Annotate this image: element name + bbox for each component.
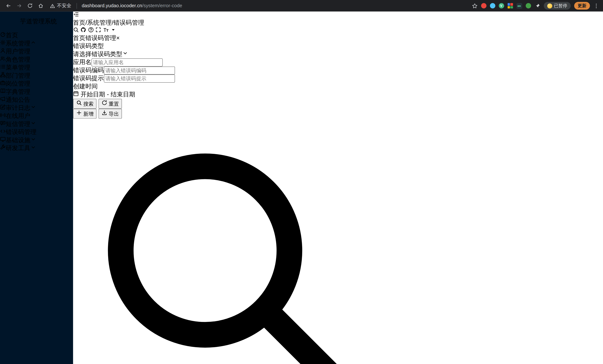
filter-app-name: 应用名: [73, 58, 366, 66]
sidebar-item-sms-management[interactable]: 短信管理: [0, 120, 73, 128]
export-button[interactable]: 导出: [98, 109, 122, 119]
extension-on-icon[interactable]: on: [516, 3, 522, 9]
site-security-chip[interactable]: 不安全: [50, 2, 71, 9]
sidebar-item-infrastructure[interactable]: 基础设施: [0, 136, 73, 144]
help-icon[interactable]: [88, 27, 94, 33]
pin-icon[interactable]: [534, 3, 540, 9]
audit-log-icon: [0, 104, 6, 110]
filter-error-hint-label: 错误码提示: [73, 75, 104, 81]
calendar-icon: [73, 91, 79, 96]
sidebar-item-role-management[interactable]: 角色管理: [0, 56, 73, 64]
dashboard-icon: [0, 32, 6, 37]
chevron-down-icon: [30, 104, 36, 110]
sidebar-item-label: 菜单管理: [6, 64, 30, 71]
sidebar-item-dept-management[interactable]: 部门管理: [0, 72, 73, 80]
sidebar-item-online-users[interactable]: 在线用户: [0, 112, 73, 120]
tab-home[interactable]: 首页: [73, 35, 85, 41]
vue-devtools-icon[interactable]: V: [499, 3, 504, 9]
filter-error-hint-input[interactable]: [104, 75, 175, 83]
browser-update-button[interactable]: 更新: [574, 2, 590, 10]
tab-error-code-management[interactable]: 错误码管理×: [85, 35, 120, 41]
browser-home-button[interactable]: [36, 1, 46, 10]
bookmark-star-icon[interactable]: [472, 3, 477, 9]
filter-form: 错误码类型请选择错误码类型应用名错误码编码错误码提示 创建时间 开始日期 - 结…: [73, 42, 366, 109]
end-date-placeholder: 结束日期: [111, 91, 135, 98]
reset-button[interactable]: 重置: [98, 99, 122, 109]
sidebar-item-dict-management[interactable]: 字典管理: [0, 88, 73, 96]
sidebar-item-menu-management[interactable]: 菜单管理: [0, 64, 73, 72]
breadcrumb-home[interactable]: 首页: [73, 19, 85, 26]
fullscreen-icon[interactable]: [95, 27, 101, 33]
sidebar-item-label: 系统管理: [6, 40, 30, 46]
caret-down-icon[interactable]: [110, 27, 116, 33]
address-bar[interactable]: dashboard.yudao.iocoder.cn/system/error-…: [82, 3, 182, 9]
arrow-left-icon: [6, 3, 11, 9]
tag-views-bar: 首页错误码管理×: [73, 34, 366, 42]
browser-forward-button[interactable]: [15, 1, 24, 10]
pin-icon: [534, 3, 540, 9]
sidebar-item-notice[interactable]: 通知公告: [0, 96, 73, 104]
url-domain: dashboard.yudao.iocoder.cn: [82, 3, 142, 9]
browser-menu-icon[interactable]: [593, 3, 599, 9]
browser-reload-button[interactable]: [25, 1, 35, 10]
filter-app-name-input[interactable]: [92, 58, 162, 66]
refresh-icon: [102, 100, 107, 106]
users-icon: [0, 56, 6, 62]
add-button[interactable]: 新增: [73, 109, 97, 119]
sidebar-item-home[interactable]: 首页: [0, 32, 73, 40]
screenshot-root: 不安全 dashboard.yudao.iocoder.cn/system/er…: [0, 0, 603, 364]
online-users-icon: [0, 112, 6, 118]
breadcrumb-system-management[interactable]: 系统管理: [87, 19, 112, 26]
devtools-icon: [0, 144, 6, 150]
extension-green-icon[interactable]: [525, 3, 531, 9]
breadcrumb-separator: /: [112, 19, 113, 26]
extension-teal-icon[interactable]: [490, 3, 495, 9]
profile-paused-badge[interactable]: 已暂停: [544, 2, 571, 10]
add-button-label: 新增: [83, 111, 93, 117]
github-icon[interactable]: [81, 27, 86, 33]
extension-grid-icon[interactable]: [508, 3, 513, 9]
breadcrumb-error-code-management[interactable]: 错误码管理: [113, 19, 144, 26]
sidebar-item-label: 字典管理: [6, 88, 30, 95]
arrow-right-icon: [16, 3, 22, 9]
sidebar-item-user-management[interactable]: 用户管理: [0, 48, 73, 56]
sidebar-item-label: 角色管理: [6, 56, 30, 63]
search-button-label: 搜索: [83, 101, 93, 107]
chevron-down-icon: [30, 120, 36, 126]
sidebar-item-audit-log[interactable]: 审计日志: [0, 104, 73, 112]
breadcrumb: 首页/系统管理/错误码管理: [73, 19, 366, 27]
filter-error-code-input[interactable]: [104, 66, 175, 75]
sidebar-item-label: 部门管理: [6, 72, 30, 79]
browser-back-button[interactable]: [4, 1, 13, 10]
sidebar: 芋道管理系统 首页系统管理用户管理角色管理菜单管理部门管理岗位管理字典管理通知公…: [0, 11, 73, 364]
date-range-picker[interactable]: 开始日期 - 结束日期: [73, 91, 366, 99]
font-size-icon[interactable]: [103, 27, 109, 33]
tab-label: 错误码管理: [85, 35, 116, 41]
infrastructure-icon: [0, 136, 6, 142]
sidebar-item-label: 短信管理: [6, 121, 30, 127]
briefcase-icon: [0, 80, 6, 86]
warning-icon: [50, 3, 55, 8]
tab-label: 首页: [73, 35, 85, 41]
sidebar-item-error-code-management[interactable]: 错误码管理: [0, 128, 73, 136]
extension-red-icon[interactable]: [481, 3, 486, 9]
app-logo[interactable]: 芋道管理系统: [0, 11, 73, 32]
table-toolbar: 新增 导出: [73, 109, 366, 364]
sidebar-item-dev-tools[interactable]: 研发工具: [0, 144, 73, 153]
create-time-label: 创建时间: [73, 83, 98, 89]
search-icon[interactable]: [73, 27, 79, 33]
update-label: 更新: [578, 3, 587, 9]
search-button[interactable]: 搜索: [73, 99, 97, 109]
export-icon: [102, 110, 107, 116]
sidebar-item-post-management[interactable]: 岗位管理: [0, 80, 73, 88]
sidebar-item-label: 通知公告: [6, 96, 30, 103]
collapse-sidebar-button[interactable]: [73, 11, 79, 17]
browser-chrome: 不安全 dashboard.yudao.iocoder.cn/system/er…: [0, 0, 603, 11]
plus-icon: [76, 110, 82, 116]
search-icon: [76, 100, 82, 106]
sidebar-item-system-management[interactable]: 系统管理: [0, 39, 73, 48]
close-tab-icon[interactable]: ×: [116, 35, 120, 41]
filter-error-code-type-select[interactable]: 请选择错误码类型: [73, 50, 366, 59]
filter-error-code-type-label: 错误码类型: [73, 43, 104, 49]
select-placeholder: 请选择错误码类型: [73, 51, 122, 57]
